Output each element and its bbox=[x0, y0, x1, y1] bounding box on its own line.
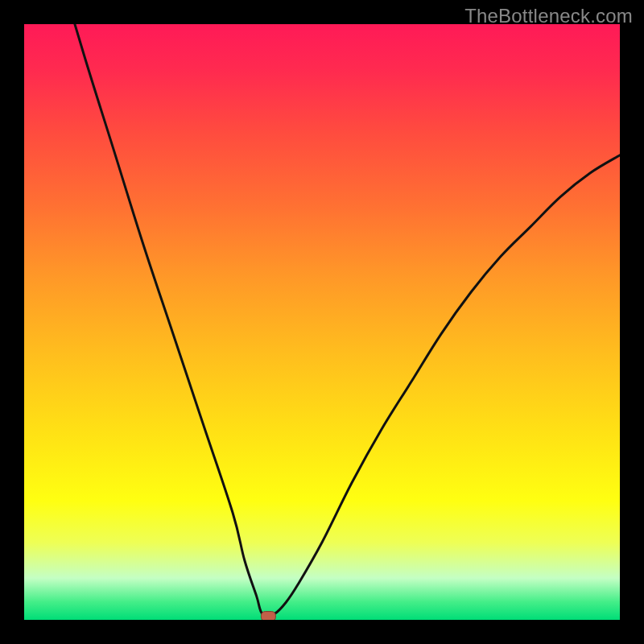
bottleneck-curve bbox=[24, 24, 620, 616]
curve-svg bbox=[24, 24, 620, 620]
optimum-marker bbox=[261, 612, 275, 620]
plot-area bbox=[24, 24, 620, 620]
chart-frame: TheBottleneck.com bbox=[0, 0, 644, 644]
